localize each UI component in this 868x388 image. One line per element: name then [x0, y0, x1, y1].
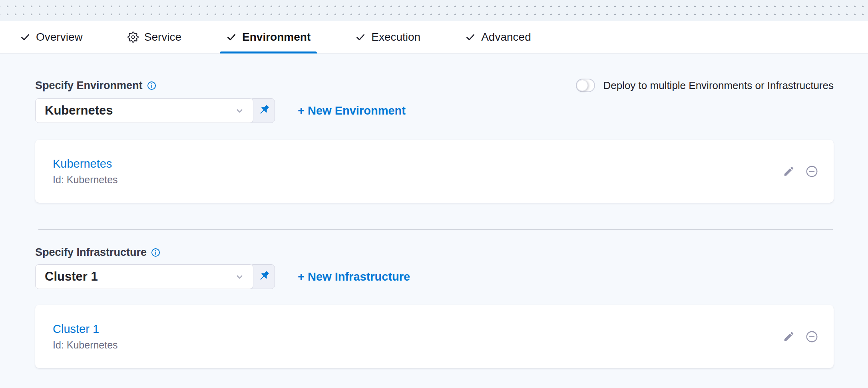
environment-card: Kubernetes Id: Kubernetes	[35, 140, 834, 203]
environment-tab-content: Specify Environment Deploy to multiple E…	[0, 53, 868, 368]
check-icon	[226, 32, 237, 42]
tab-service[interactable]: Service	[127, 21, 181, 53]
infrastructure-card-actions	[783, 330, 818, 343]
specify-infrastructure-text: Specify Infrastructure	[35, 246, 147, 259]
multi-env-toggle-group: Deploy to multiple Environments or Infra…	[576, 79, 834, 92]
tab-label: Execution	[371, 31, 420, 44]
environment-card-actions	[783, 165, 818, 178]
minus-circle-icon[interactable]	[805, 165, 818, 178]
multi-env-toggle-label: Deploy to multiple Environments or Infra…	[603, 79, 834, 92]
infrastructure-select[interactable]: Cluster 1	[35, 264, 253, 289]
stage-tabs: Overview Service Environment Execution A…	[0, 21, 868, 53]
pencil-icon[interactable]	[783, 165, 795, 177]
pencil-icon[interactable]	[783, 331, 795, 342]
tab-execution[interactable]: Execution	[355, 21, 420, 53]
section-divider	[38, 229, 833, 230]
check-icon	[355, 32, 366, 42]
specify-environment-text: Specify Environment	[35, 79, 143, 92]
tab-label: Overview	[36, 31, 83, 44]
pipeline-stage-config-panel: Overview Service Environment Execution A…	[0, 0, 868, 388]
tab-label: Service	[144, 31, 181, 44]
environment-select-value: Kubernetes	[45, 103, 113, 118]
check-icon	[20, 32, 30, 42]
multi-env-toggle[interactable]	[576, 79, 595, 92]
toggle-knob	[577, 80, 588, 91]
info-icon[interactable]	[147, 81, 156, 90]
environment-select-group: Kubernetes	[35, 98, 275, 123]
infrastructure-card-title-link[interactable]: Cluster 1	[53, 323, 118, 336]
environment-card-title-link[interactable]: Kubernetes	[53, 157, 118, 170]
tab-overview[interactable]: Overview	[20, 21, 83, 53]
pin-icon	[258, 270, 270, 284]
check-icon	[465, 32, 476, 42]
environment-select[interactable]: Kubernetes	[35, 98, 253, 123]
specify-infrastructure-label: Specify Infrastructure	[35, 246, 160, 259]
pin-icon	[258, 104, 270, 118]
tab-label: Advanced	[481, 31, 531, 44]
environment-card-texts: Kubernetes Id: Kubernetes	[53, 157, 118, 186]
specify-environment-label: Specify Environment	[35, 79, 156, 92]
tab-environment[interactable]: Environment	[226, 21, 311, 53]
minus-circle-icon[interactable]	[805, 330, 818, 343]
infrastructure-select-value: Cluster 1	[45, 269, 98, 284]
new-infrastructure-link[interactable]: + New Infrastructure	[298, 270, 410, 283]
infrastructure-card-texts: Cluster 1 Id: Kubernetes	[53, 323, 118, 351]
info-icon[interactable]	[151, 248, 160, 257]
infrastructure-select-group: Cluster 1	[35, 264, 275, 289]
environment-card-id: Id: Kubernetes	[53, 174, 118, 186]
infrastructure-card-id: Id: Kubernetes	[53, 339, 118, 351]
infrastructure-card: Cluster 1 Id: Kubernetes	[35, 305, 834, 368]
tab-label: Environment	[242, 31, 311, 44]
chevron-down-icon[interactable]	[234, 105, 245, 116]
tab-advanced[interactable]: Advanced	[465, 21, 531, 53]
chevron-down-icon[interactable]	[234, 271, 245, 282]
canvas-dot-grid	[0, 0, 868, 21]
new-environment-link[interactable]: + New Environment	[298, 104, 406, 117]
gear-icon	[127, 32, 139, 43]
